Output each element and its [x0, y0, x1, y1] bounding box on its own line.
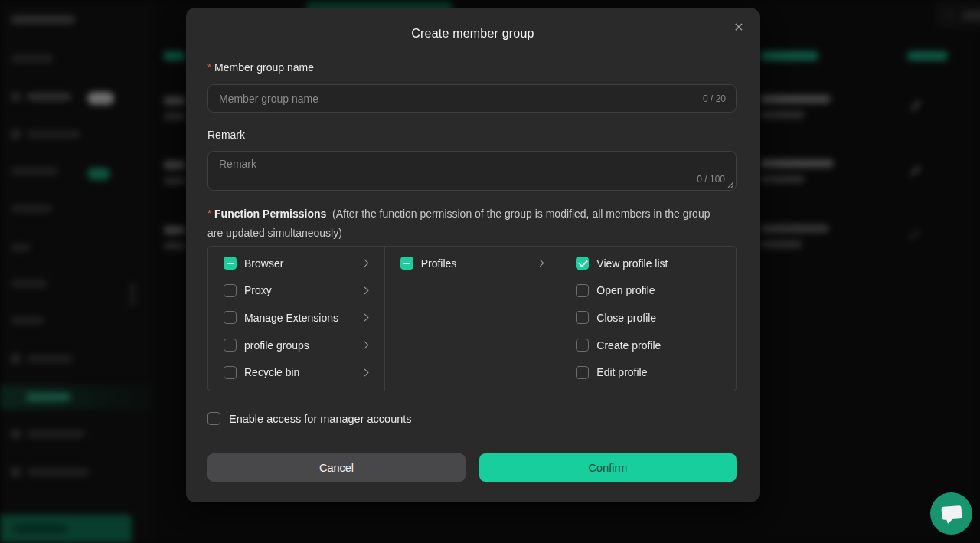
checkbox-checked[interactable]	[576, 257, 589, 270]
cancel-button[interactable]: Cancel	[207, 453, 466, 482]
permission-item[interactable]: Proxy	[208, 277, 384, 305]
member-group-name-input[interactable]: Member group name 0 / 20	[207, 84, 737, 113]
checkbox-unchecked[interactable]	[224, 366, 237, 379]
permission-label: Profiles	[421, 257, 457, 270]
checkbox-unchecked[interactable]	[224, 284, 237, 297]
permissions-panel: BrowserProxyManage Extensionsprofile gro…	[207, 246, 737, 391]
checkbox-unchecked[interactable]	[224, 339, 237, 352]
checkbox-indeterminate[interactable]	[400, 257, 413, 270]
checkbox-unchecked[interactable]	[224, 311, 237, 324]
remark-textarea[interactable]: Remark 0 / 100	[207, 151, 737, 191]
chat-widget-button[interactable]	[930, 492, 972, 535]
permission-item[interactable]: Open profile	[560, 277, 736, 305]
permission-item[interactable]: Edit profile	[560, 358, 736, 386]
remark-char-counter: 0 / 100	[697, 174, 725, 185]
dialog-title: Create member group	[186, 27, 760, 41]
permission-label: Edit profile	[596, 366, 647, 378]
permission-label: View profile list	[596, 257, 668, 270]
remark-field-label: Remark	[207, 129, 245, 141]
permission-item[interactable]: Profiles	[385, 250, 560, 277]
resize-handle-icon[interactable]	[727, 181, 734, 188]
chevron-right-icon[interactable]	[361, 286, 368, 294]
chevron-right-icon[interactable]	[361, 260, 368, 267]
required-asterisk: *	[207, 208, 211, 219]
name-char-counter: 0 / 20	[703, 93, 726, 104]
permission-item[interactable]: View profile list	[560, 250, 736, 277]
name-field-label: *Member group name	[207, 61, 314, 74]
permission-label: Proxy	[244, 284, 272, 296]
confirm-button[interactable]: Confirm	[479, 453, 737, 482]
permission-item[interactable]: Manage Extensions	[208, 304, 384, 332]
create-member-group-dialog: ✕ Create member group *Member group name…	[186, 8, 760, 502]
checkbox-unchecked[interactable]	[576, 284, 589, 297]
chevron-right-icon[interactable]	[361, 368, 368, 376]
permission-label: Manage Extensions	[244, 312, 338, 324]
chevron-right-icon[interactable]	[361, 314, 368, 322]
permissions-column: BrowserProxyManage Extensionsprofile gro…	[208, 247, 384, 391]
checkbox-unchecked[interactable]	[576, 366, 589, 379]
permission-label: Open profile	[596, 284, 655, 296]
chevron-right-icon[interactable]	[361, 342, 368, 349]
chevron-right-icon[interactable]	[537, 260, 544, 267]
permissions-column: Profiles	[384, 247, 560, 391]
checkbox-unchecked[interactable]	[576, 311, 589, 324]
permission-label: profile groups	[244, 339, 309, 352]
remark-placeholder: Remark	[219, 158, 256, 170]
permission-item[interactable]: Create profile	[560, 332, 736, 359]
permission-label: Recycle bin	[244, 366, 299, 378]
manager-access-label: Enable access for manager accounts	[229, 413, 412, 425]
chat-bubble-tail	[944, 517, 953, 525]
checkbox-unchecked[interactable]	[207, 412, 220, 425]
permissions-column: View profile listOpen profileClose profi…	[560, 247, 736, 391]
permission-label: Close profile	[596, 312, 656, 324]
name-input-placeholder: Member group name	[219, 93, 318, 105]
permission-label: Browser	[244, 257, 283, 270]
checkbox-unchecked[interactable]	[576, 339, 589, 352]
permission-label: Create profile	[596, 339, 661, 352]
permission-item[interactable]: profile groups	[208, 332, 384, 359]
manager-access-option[interactable]: Enable access for manager accounts	[207, 412, 412, 425]
permission-item[interactable]: Browser	[208, 250, 384, 277]
checkbox-indeterminate[interactable]	[224, 257, 237, 270]
permission-item[interactable]: Recycle bin	[208, 358, 384, 386]
required-asterisk: *	[207, 61, 211, 73]
permissions-label: *Function Permissions (After the functio…	[207, 204, 728, 243]
permission-item[interactable]: Close profile	[560, 304, 736, 332]
